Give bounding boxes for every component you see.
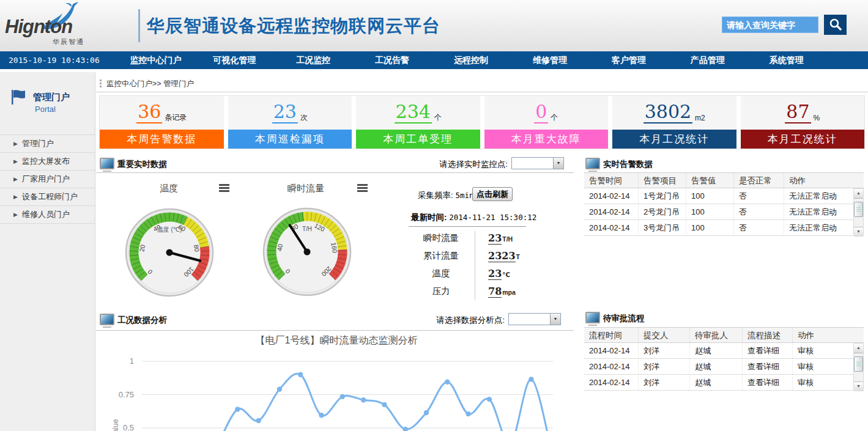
sidebar-item[interactable]: ▶维修人员门户 bbox=[0, 205, 95, 224]
scrollbar[interactable]: ▲▼ bbox=[853, 188, 864, 235]
refresh-button[interactable]: 点击刷新 bbox=[472, 187, 513, 201]
monitor-icon bbox=[100, 158, 114, 169]
table-cell: 2014-02-14 bbox=[584, 188, 638, 204]
svg-text:80: 80 bbox=[193, 244, 201, 252]
arrow-right-icon: ▶ bbox=[13, 135, 18, 152]
chevron-down-icon: ▼ bbox=[550, 314, 560, 325]
table-cell: 审核 bbox=[792, 343, 853, 358]
latest-time-value: 2014-11-21 15:30:12 bbox=[449, 213, 536, 222]
scrollbar[interactable]: ▲▼ bbox=[853, 343, 864, 389]
stat-card-unit: 个 bbox=[434, 112, 442, 123]
scrollbar-up-button[interactable]: ▲ bbox=[854, 344, 863, 353]
stat-card-number[interactable]: 0 bbox=[534, 103, 548, 123]
table-cell: 100 bbox=[686, 188, 733, 204]
sidebar-item[interactable]: ▶监控大屏发布 bbox=[0, 152, 95, 170]
monitor-icon bbox=[585, 158, 600, 169]
table-cell: 2号龙门吊 bbox=[638, 204, 686, 219]
breadcrumb-icon bbox=[100, 79, 102, 87]
analysis-panel-title: 工况数据分析 bbox=[117, 315, 167, 326]
app-title: 华辰智通设备远程监控物联网云平台 bbox=[147, 14, 440, 39]
latest-time-line: 最新时间: 2014-11-21 15:30:12 bbox=[411, 212, 536, 223]
table-cell: 2014-02-14 bbox=[584, 359, 638, 374]
svg-text:0.5: 0.5 bbox=[123, 423, 134, 431]
table-cell: 刘洋 bbox=[638, 359, 689, 374]
analysis-point-select[interactable]: ▼ bbox=[508, 313, 561, 325]
stat-card-number[interactable]: 23 bbox=[272, 103, 298, 123]
scrollbar-up-button[interactable]: ▲ bbox=[854, 189, 863, 199]
nav-item[interactable]: 监控中心门户 bbox=[116, 51, 195, 69]
realtime-panel-title: 重要实时数据 bbox=[117, 159, 167, 170]
flow-line-chart: 10.750.5value bbox=[96, 346, 579, 431]
readings-vertical-divider bbox=[475, 231, 475, 300]
gauge-menu-icon[interactable] bbox=[219, 184, 229, 192]
table-cell: 1号龙门吊 bbox=[638, 188, 686, 204]
stat-card-unit: 条记录 bbox=[165, 112, 187, 123]
table-cell: 赵城 bbox=[689, 359, 742, 374]
nav-item[interactable]: 系统管理 bbox=[747, 51, 826, 69]
nav-item[interactable]: 产品管理 bbox=[668, 51, 747, 69]
portal-subtitle: Portal bbox=[35, 105, 56, 114]
app-root: Hignton 华辰智通 华辰智通设备远程监控物联网云平台 2015-10-19… bbox=[0, 0, 868, 431]
svg-text:40: 40 bbox=[275, 243, 284, 252]
reading-value: 23T/H bbox=[488, 232, 513, 244]
nav-item[interactable]: 远程控制 bbox=[432, 51, 511, 69]
table-header-cell: 动作 bbox=[784, 173, 853, 188]
search-icon bbox=[828, 17, 844, 33]
breadcrumb-divider bbox=[96, 92, 868, 92]
alarm-table: 告警时间告警项目告警值是否正常动作2014-02-141号龙门吊100否无法正常… bbox=[584, 172, 864, 236]
table-row: 2014-02-141号龙门吊100否无法正常启动 bbox=[584, 188, 864, 204]
stat-card: 36条记录本周告警数据 bbox=[100, 96, 224, 149]
nav-item[interactable]: 可视化管理 bbox=[195, 51, 274, 69]
stat-card-value-area: 0个 bbox=[484, 96, 609, 130]
table-cell: 100 bbox=[686, 204, 733, 219]
scrollbar-thumb[interactable] bbox=[854, 202, 863, 217]
sidebar-item[interactable]: ▶厂家用户门户 bbox=[0, 170, 95, 188]
stat-card-label: 本周告警数据 bbox=[100, 130, 224, 149]
table-row: 2014-02-143号龙门吊100否无法正常启动 bbox=[584, 220, 864, 236]
stat-card-label: 本月工况统计 bbox=[612, 130, 736, 149]
nav-item[interactable]: 工况监控 bbox=[274, 51, 353, 69]
stat-card-number[interactable]: 234 bbox=[395, 103, 432, 123]
scrollbar-down-button[interactable]: ▼ bbox=[854, 381, 863, 391]
sidebar-item-label: 设备工程师门户 bbox=[22, 192, 78, 201]
stat-card-number[interactable]: 36 bbox=[136, 103, 162, 123]
reading-label: 累计流量 bbox=[409, 250, 473, 262]
stat-card: 23次本周巡检漏项 bbox=[228, 96, 352, 149]
scrollbar-thumb[interactable] bbox=[854, 356, 863, 372]
table-cell: 否 bbox=[733, 220, 784, 235]
arrow-right-icon: ▶ bbox=[13, 171, 18, 188]
scrollbar-track[interactable] bbox=[854, 353, 863, 381]
stat-card-value-area: 234个 bbox=[356, 96, 480, 130]
sidebar-item-label: 监控大屏发布 bbox=[22, 157, 70, 166]
arrow-right-icon: ▶ bbox=[13, 153, 18, 170]
sidebar-item[interactable]: ▶管理门户 bbox=[0, 134, 95, 152]
sidebar-menu: ▶管理门户▶监控大屏发布▶厂家用户门户▶设备工程师门户▶维修人员门户 bbox=[0, 134, 95, 224]
realtime-point-select-label: 请选择实时监控点: bbox=[422, 159, 508, 170]
main-nav: 2015-10-19 10:43:06 监控中心门户可视化管理工况监控工况告警远… bbox=[0, 51, 868, 69]
table-cell: 查看详细 bbox=[742, 359, 792, 374]
table-cell: 赵城 bbox=[689, 343, 742, 358]
gauge-temperature-title: 温度 bbox=[138, 183, 199, 194]
search-button[interactable] bbox=[824, 15, 847, 35]
table-row: 2014-02-14刘洋赵城查看详细审核 bbox=[584, 375, 864, 391]
nav-item[interactable]: 工况告警 bbox=[353, 51, 432, 69]
stat-card-number[interactable]: 3802 bbox=[644, 103, 692, 123]
stat-card-number[interactable]: 87 bbox=[785, 103, 811, 123]
sidebar-item[interactable]: ▶设备工程师门户 bbox=[0, 188, 95, 205]
stat-card-unit: % bbox=[814, 114, 820, 122]
table-cell: 审核 bbox=[792, 359, 853, 374]
search-input[interactable] bbox=[722, 17, 818, 33]
table-header-cell: 告警项目 bbox=[638, 173, 686, 188]
latest-time-label: 最新时间: bbox=[411, 213, 447, 222]
realtime-point-select[interactable]: ▼ bbox=[511, 157, 564, 169]
nav-item[interactable]: 维修管理 bbox=[510, 51, 589, 69]
scrollbar-track[interactable] bbox=[854, 199, 863, 227]
table-row: 2014-02-14刘洋赵城查看详细审核 bbox=[584, 359, 864, 375]
scrollbar-down-button[interactable]: ▼ bbox=[854, 227, 863, 237]
logo-brand-sub: 华辰智通 bbox=[53, 37, 84, 46]
stat-card-unit: m2 bbox=[695, 114, 705, 122]
nav-item[interactable]: 客户管理 bbox=[589, 51, 668, 69]
sidebar-item-label: 厂家用户门户 bbox=[22, 174, 70, 183]
gauge-menu-icon[interactable] bbox=[357, 184, 368, 192]
logo-brand: Hignton bbox=[5, 16, 72, 38]
